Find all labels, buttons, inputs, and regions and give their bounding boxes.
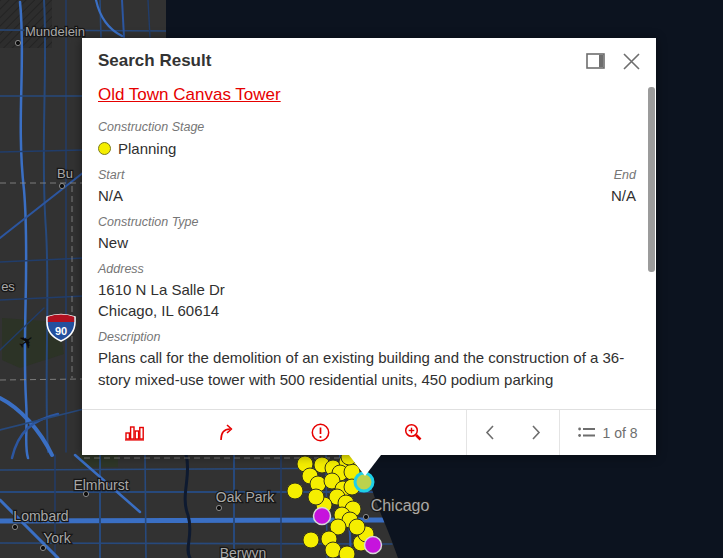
svg-text:90: 90 [55,325,67,337]
toolbar-actions [82,410,466,455]
city-dot [12,524,17,529]
chevron-right-icon [531,425,541,440]
prev-result-button[interactable] [481,421,499,444]
address-line2: Chicago, IL 60614 [98,300,636,321]
end-value: N/A [611,185,636,206]
type-value: New [98,232,636,253]
start-value: N/A [98,185,123,206]
city-label: Chicago [371,497,430,514]
stage-color-swatch [98,142,111,155]
share-arrow-icon [218,424,236,441]
popup-scrollbar[interactable] [648,87,655,272]
city-label: Elmhurst [73,477,128,493]
construction-marker-purple[interactable] [365,537,382,554]
description-label: Description [98,330,636,344]
construction-marker-yellow[interactable] [349,519,365,535]
stage-value: Planning [118,138,176,159]
search-result-popup: Search Result Old Town Canvas Tower Cons… [82,38,656,455]
construction-marker-yellow[interactable] [339,546,355,558]
chevron-left-icon [485,425,495,440]
city-label: Berwyn [220,545,267,558]
address-line1: 1610 N La Salle Dr [98,279,636,300]
construction-marker-yellow[interactable] [287,483,303,499]
construction-marker-yellow[interactable] [325,542,341,558]
popup-header: Search Result [82,38,656,77]
type-label: Construction Type [98,215,636,229]
start-label: Start [98,168,124,182]
toolbar-pages: 1 of 8 [559,410,656,455]
description-text: Plans call for the demolition of an exis… [98,347,636,391]
construction-marker-yellow[interactable] [308,489,324,505]
share-button[interactable] [214,420,240,445]
app-window: 90 ✈ MundeleinBuesElmhurstOak ParkLombar… [0,0,723,558]
popup-body: Old Town Canvas Tower Construction Stage… [82,77,656,391]
toolbar-pagination-nav [466,410,559,455]
bar-chart-icon [125,424,144,441]
alert-button[interactable] [307,419,334,446]
city-label: York [43,530,72,546]
city-label: Mundelein [25,24,85,39]
close-icon [623,53,640,70]
city-dot [59,183,64,188]
popup-toolbar: 1 of 8 [82,409,656,455]
dock-icon [586,53,605,69]
popup-pointer [349,455,381,476]
stage-label: Construction Stage [98,120,636,134]
alert-circle-icon [311,423,330,442]
popup-title: Search Result [98,51,211,70]
pagination-label: 1 of 8 [602,425,637,441]
address-label: Address [98,262,636,276]
results-list-button[interactable] [578,426,595,439]
construction-marker-yellow[interactable] [303,532,319,548]
next-result-button[interactable] [527,421,545,444]
city-label: Lombard [13,508,68,524]
zoom-to-button[interactable] [400,419,427,446]
chart-button[interactable] [121,420,148,445]
city-label: Oak Park [216,489,275,505]
city-dot [40,545,45,550]
zoom-to-icon [404,423,423,442]
city-label: es [1,279,15,294]
city-dot [216,505,221,510]
dock-button[interactable] [584,50,606,72]
close-button[interactable] [620,50,642,72]
city-label: Bu [57,166,73,181]
results-list-icon [578,426,595,439]
end-label: End [614,168,636,182]
city-dot [15,40,20,45]
result-title-link[interactable]: Old Town Canvas Tower [98,85,281,105]
construction-marker-purple[interactable] [314,508,331,525]
city-dot [363,514,368,519]
